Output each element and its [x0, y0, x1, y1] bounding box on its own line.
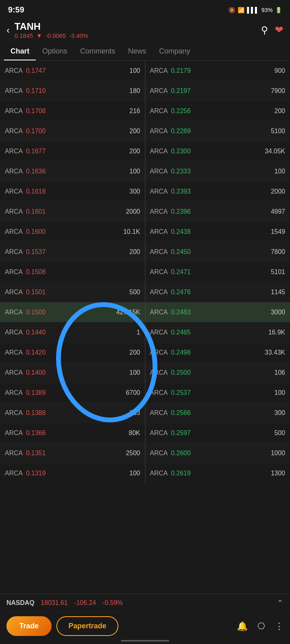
price-change: -0.0065	[46, 32, 66, 39]
nasdaq-price: 18031.61	[41, 599, 68, 607]
ask-side: ARCA 0.2566 300	[145, 409, 290, 417]
ask-qty: 500	[274, 429, 285, 437]
tab-options[interactable]: Options	[36, 42, 74, 60]
book-divider	[145, 282, 145, 302]
bid-qty: 200	[129, 148, 140, 155]
ask-side: ARCA 0.2333 100	[145, 168, 290, 175]
bid-exchange: ARCA	[5, 67, 23, 74]
share-icon[interactable]: ⎔	[257, 621, 265, 632]
ask-side: ARCA 0.2500 106	[145, 369, 290, 376]
papertrade-button[interactable]: Papertrade	[56, 616, 118, 636]
bid-price: 0.1618	[26, 188, 46, 195]
ask-side: ARCA 0.2179 900	[145, 67, 290, 74]
book-divider	[145, 463, 145, 483]
bid-qty: 200	[129, 128, 140, 135]
bid-qty: 2000	[126, 208, 140, 215]
ask-qty: 4997	[271, 208, 285, 215]
bid-exchange: ARCA	[5, 148, 23, 155]
tab-company[interactable]: Company	[153, 42, 197, 60]
book-divider	[145, 403, 145, 423]
ask-exchange: ARCA	[150, 470, 168, 477]
order-row: ARCA 0.1440 1 ARCA 0.2485 16.9K	[0, 322, 290, 343]
nasdaq-expand-icon[interactable]: ⌃	[277, 598, 284, 608]
ask-price: 0.2600	[171, 450, 191, 457]
bid-exchange: ARCA	[5, 208, 23, 215]
ask-price: 0.2333	[171, 168, 191, 175]
order-row: ARCA 0.1710 180 ARCA 0.2197 7900	[0, 81, 290, 101]
ask-side: ARCA 0.2483 3000	[145, 309, 290, 316]
order-row: ARCA 0.1420 200 ARCA 0.2498 33.43K	[0, 343, 290, 363]
bid-exchange: ARCA	[5, 87, 23, 95]
bid-exchange: ARCA	[5, 349, 23, 356]
search-icon[interactable]: ⚲	[261, 25, 268, 36]
ask-exchange: ARCA	[150, 87, 168, 95]
bid-exchange: ARCA	[5, 429, 23, 437]
book-divider	[145, 161, 145, 181]
bid-qty: 500	[129, 289, 140, 296]
price-arrow: ▼	[36, 32, 42, 39]
bid-price: 0.1677	[26, 148, 46, 155]
ask-side: ARCA 0.2600 1000	[145, 450, 290, 457]
ask-price: 0.2256	[171, 107, 191, 115]
ask-qty: 900	[274, 67, 285, 74]
ask-side: ARCA 0.2289 5100	[145, 128, 290, 135]
bid-qty: 300	[129, 188, 140, 195]
ask-exchange: ARCA	[150, 369, 168, 376]
tab-chart[interactable]: Chart	[4, 42, 36, 60]
order-row: ARCA 0.1601 2000 ARCA 0.2396 4997	[0, 202, 290, 222]
bid-side: ARCA 0.1747 100	[0, 67, 145, 74]
bid-side: ARCA 0.1501 500	[0, 289, 145, 296]
bid-qty: 100	[129, 470, 140, 477]
bid-qty: 100	[129, 67, 140, 74]
bid-price: 0.1601	[26, 208, 46, 215]
ask-price: 0.2396	[171, 208, 191, 215]
ask-side: ARCA 0.2396 4997	[145, 208, 290, 215]
bid-exchange: ARCA	[5, 228, 23, 235]
bid-qty: 200	[129, 349, 140, 356]
ask-price: 0.2483	[171, 309, 191, 316]
notification-icon[interactable]: 🔔	[237, 621, 248, 632]
battery-label: 93%	[261, 7, 273, 13]
alarm-icon: 🔕	[228, 7, 235, 13]
book-divider	[145, 343, 145, 362]
home-indicator	[121, 640, 169, 642]
book-divider	[145, 423, 145, 443]
ask-qty: 1300	[271, 470, 285, 477]
tab-news[interactable]: News	[122, 42, 153, 60]
bid-side: ARCA 0.1400 100	[0, 369, 145, 376]
order-row: ARCA 0.1700 200 ARCA 0.2289 5100	[0, 121, 290, 141]
ask-qty: 34.05K	[265, 148, 285, 155]
bid-price: 0.1366	[26, 429, 46, 437]
bid-price: 0.1636	[26, 168, 46, 175]
bid-qty: 100	[129, 369, 140, 376]
more-icon[interactable]: ⋮	[275, 621, 284, 632]
order-row: ARCA 0.1708 216 ARCA 0.2256 200	[0, 101, 290, 121]
header: ‹ TANH 0.1845 ▼ -0.0065 -3.40% ⚲ ❤	[0, 18, 290, 42]
ask-exchange: ARCA	[150, 228, 168, 235]
book-divider	[145, 383, 145, 402]
ask-exchange: ARCA	[150, 329, 168, 336]
price-pct: -3.40%	[69, 32, 89, 39]
ask-qty: 7900	[271, 87, 285, 95]
trade-button[interactable]: Trade	[6, 616, 52, 636]
bid-qty: 10.1K	[123, 228, 140, 235]
favorite-icon[interactable]: ❤	[275, 24, 284, 36]
ask-price: 0.2197	[171, 87, 191, 95]
ask-side: ARCA 0.2393 2000	[145, 188, 290, 195]
ask-exchange: ARCA	[150, 168, 168, 175]
order-book: ARCA 0.1747 100 ARCA 0.2179 900 ARCA 0.1…	[0, 61, 290, 483]
bid-side: ARCA 0.1708 216	[0, 107, 145, 115]
bid-side: ARCA 0.1677 200	[0, 148, 145, 155]
ask-exchange: ARCA	[150, 128, 168, 135]
tab-comments[interactable]: Comments	[74, 42, 122, 60]
ask-side: ARCA 0.2300 34.05K	[145, 148, 290, 155]
bid-qty: 183	[129, 409, 140, 417]
bid-side: ARCA 0.1636 100	[0, 168, 145, 175]
back-button[interactable]: ‹	[6, 25, 10, 36]
bid-qty: 1	[137, 329, 140, 336]
book-divider	[145, 322, 145, 342]
bid-exchange: ARCA	[5, 389, 23, 396]
signal-icon: ▌▌▌	[247, 7, 259, 13]
ask-exchange: ARCA	[150, 429, 168, 437]
book-divider	[145, 141, 145, 161]
